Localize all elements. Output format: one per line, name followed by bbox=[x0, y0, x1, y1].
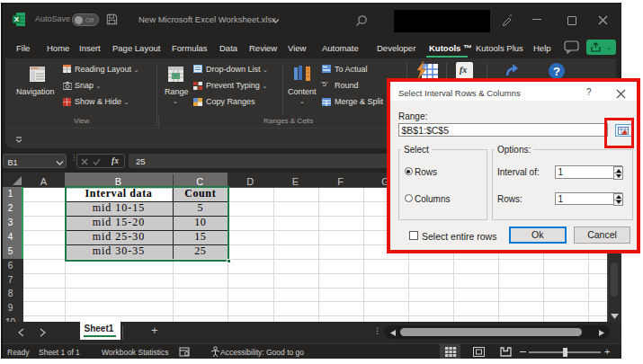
svg-text:X: X bbox=[14, 15, 20, 23]
svg-text:?: ? bbox=[553, 65, 560, 78]
